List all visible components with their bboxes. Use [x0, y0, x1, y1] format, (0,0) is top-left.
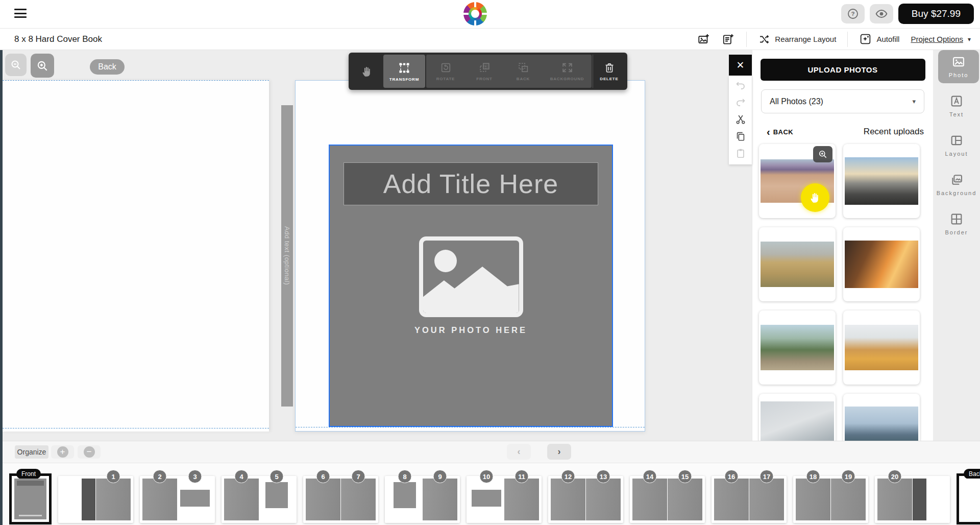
spread-thumbnail[interactable]: 18 19: [793, 476, 868, 523]
front-cover-selected-area[interactable]: Add Title Here YOUR PHOTO HERE: [329, 145, 613, 427]
spread-thumbnail[interactable]: 20: [875, 476, 950, 523]
toolbar-divider: [746, 32, 747, 47]
zoom-in-button[interactable]: [31, 54, 54, 78]
page-right[interactable]: [913, 479, 947, 520]
back-cover-thumbnail[interactable]: Back: [957, 473, 980, 524]
page-left[interactable]: 16: [714, 479, 749, 520]
photo-thumbnail[interactable]: [759, 144, 836, 218]
spread-thumbnail[interactable]: 8 9: [385, 476, 460, 523]
page-number-badge: 3: [188, 470, 202, 483]
page-left[interactable]: [61, 479, 95, 520]
photo-drop-placeholder[interactable]: YOUR PHOTO HERE: [330, 236, 612, 335]
spine-text-placeholder[interactable]: Add text (optional): [281, 105, 293, 407]
remove-spread-button[interactable]: −: [78, 445, 101, 459]
photo-thumbnail[interactable]: [843, 311, 920, 385]
page-right[interactable]: 11: [504, 479, 539, 520]
tab-photo[interactable]: Photo: [938, 50, 979, 83]
hamburger-menu-icon[interactable]: [14, 9, 27, 19]
spread-thumbnail[interactable]: 1: [58, 476, 133, 523]
spread-thumbnail[interactable]: 4 5: [222, 476, 297, 523]
page-number-badge: 18: [806, 470, 820, 483]
photo-thumbnail[interactable]: [843, 144, 920, 218]
tab-text-label: Text: [949, 111, 964, 117]
photo-image: [845, 157, 918, 205]
page-left[interactable]: 4: [224, 479, 259, 520]
add-page-button[interactable]: [722, 33, 735, 46]
photo-placeholder-label: YOUR PHOTO HERE: [414, 325, 527, 335]
buy-button[interactable]: Buy $27.99: [898, 4, 974, 24]
spread-thumbnail[interactable]: 16 17: [712, 476, 787, 523]
upload-photos-button[interactable]: UPLOAD PHOTOS: [761, 59, 925, 81]
page-right[interactable]: 19: [831, 479, 866, 520]
page-number-badge: 13: [597, 470, 610, 483]
page-left[interactable]: 20: [877, 479, 912, 520]
zoom-photo-button[interactable]: [813, 146, 832, 162]
spread-thumbnail[interactable]: 6 7: [303, 476, 378, 523]
album-filter-dropdown[interactable]: All Photos (23) ▾: [761, 89, 924, 113]
copy-icon[interactable]: [734, 130, 747, 142]
page-left[interactable]: 18: [796, 479, 830, 520]
send-back-button: BACK: [504, 55, 543, 88]
page-right[interactable]: 3: [178, 479, 212, 520]
page-number-badge: 14: [643, 470, 657, 483]
page-left[interactable]: 14: [632, 479, 667, 520]
page-right[interactable]: 9: [423, 479, 457, 520]
page-left[interactable]: 2: [142, 479, 177, 520]
delete-button[interactable]: DELETE: [593, 55, 625, 88]
pan-tool-button[interactable]: [351, 55, 383, 88]
spread-thumbnail[interactable]: 2 3: [140, 476, 215, 523]
zoom-out-button[interactable]: [5, 54, 27, 76]
background-tool-button: BACKGROUND: [543, 55, 592, 88]
project-options-button[interactable]: Project Options ▾: [911, 35, 971, 43]
add-photo-button[interactable]: [697, 33, 710, 46]
back-cover-page[interactable]: [3, 80, 269, 432]
page-left[interactable]: 6: [306, 479, 340, 520]
clipboard-strip: ✕: [729, 55, 752, 164]
help-button[interactable]: ?: [841, 4, 865, 23]
preview-eye-button[interactable]: [870, 4, 893, 23]
tab-text[interactable]: Text: [933, 89, 980, 123]
thumbnails-prev-button[interactable]: ‹: [507, 444, 531, 460]
rotate-label: ROTATE: [436, 77, 455, 81]
page-right[interactable]: 5: [259, 479, 294, 520]
front-cover-page[interactable]: Add Title Here YOUR PHOTO HERE Add subti…: [295, 80, 645, 432]
page-right[interactable]: 1: [96, 479, 131, 520]
front-cover-thumbnail[interactable]: Front: [9, 473, 52, 524]
transform-tool-button[interactable]: TRANSFORM: [383, 55, 425, 88]
add-spread-button[interactable]: +: [51, 445, 74, 459]
photo-placeholder-icon: [419, 236, 523, 317]
thumbnails-next-button[interactable]: ›: [547, 444, 571, 460]
photo-thumbnail[interactable]: [759, 227, 836, 301]
spread-thumbnail[interactable]: 12 13: [548, 476, 623, 523]
spread-thumbnail[interactable]: 10 11: [467, 476, 542, 523]
page-right[interactable]: 7: [341, 479, 376, 520]
back-navigation-button[interactable]: Back: [90, 59, 125, 75]
tab-layout-label: Layout: [945, 151, 968, 157]
chevron-left-icon: ‹: [767, 127, 770, 137]
caret-down-icon: ▾: [968, 36, 971, 43]
tab-layout[interactable]: Layout: [933, 129, 980, 162]
page-left[interactable]: 12: [551, 479, 585, 520]
tab-background[interactable]: Background: [933, 168, 980, 201]
toolbar-divider: [847, 32, 848, 47]
page-left[interactable]: 10: [469, 479, 504, 520]
page-right[interactable]: 13: [586, 479, 621, 520]
spread-thumbnail[interactable]: 14 15: [630, 476, 705, 523]
cut-icon[interactable]: [734, 113, 747, 126]
photo-thumbnail[interactable]: [759, 394, 836, 441]
brand-camera-logo[interactable]: [463, 2, 487, 26]
rearrange-layout-button[interactable]: Rearrange Layout: [758, 33, 836, 45]
photo-image: [761, 325, 834, 371]
autofill-button[interactable]: Autofill: [859, 33, 899, 45]
panel-back-button[interactable]: ‹ BACK: [767, 127, 793, 137]
close-panel-button[interactable]: ✕: [729, 55, 752, 76]
page-right[interactable]: 15: [668, 479, 702, 520]
organize-button[interactable]: Organize: [15, 445, 48, 459]
photo-thumbnail[interactable]: [759, 311, 836, 385]
title-placeholder[interactable]: Add Title Here: [344, 162, 598, 205]
page-right[interactable]: 17: [749, 479, 784, 520]
photo-thumbnail[interactable]: [843, 394, 920, 441]
tab-border[interactable]: Border: [933, 207, 980, 241]
page-left[interactable]: 8: [387, 479, 422, 520]
photo-thumbnail[interactable]: [843, 227, 920, 301]
